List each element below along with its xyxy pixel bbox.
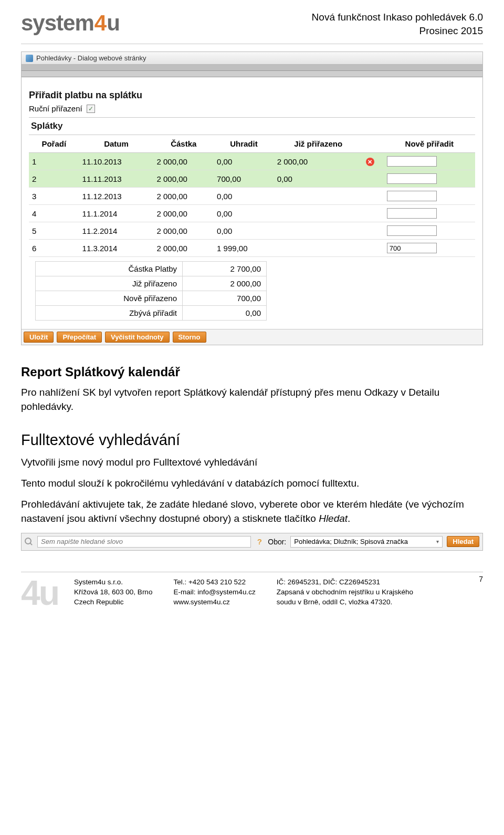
- footer-divider: [21, 572, 483, 572]
- cell-castka: 2 000,00: [153, 188, 214, 205]
- cell-uhradit: 1 999,00: [214, 240, 274, 257]
- manual-assign-checkbox[interactable]: ✓: [87, 105, 95, 113]
- cell-uhradit: 0,00: [214, 205, 274, 222]
- dialog-button-bar: Uložit Přepočítat Vyčistit hodnoty Storn…: [22, 329, 482, 345]
- window-icon: [26, 55, 33, 62]
- table-row: 211.11.20132 000,00700,000,00: [29, 170, 475, 188]
- brand-logo: system4u: [21, 11, 120, 36]
- cell-nove: [384, 170, 475, 188]
- section2-intro: Vytvořili jsme nový modul pro Fulltextov…: [21, 456, 483, 469]
- table-row: 411.1.20142 000,000,00: [29, 205, 475, 222]
- dialog-stripe-1: [22, 65, 482, 71]
- search-button[interactable]: Hledat: [447, 536, 479, 547]
- cell-datum: 11.12.2013: [79, 188, 154, 205]
- recalc-button[interactable]: Přepočítat: [57, 332, 102, 343]
- nove-input[interactable]: [387, 191, 437, 201]
- dialog-title-text: Pohledávky - Dialog webové stránky: [36, 54, 146, 62]
- cell-poradi: 6: [29, 240, 79, 257]
- cell-poradi: 3: [29, 188, 79, 205]
- col-castka: Částka: [153, 135, 214, 153]
- cell-poradi: 1: [29, 153, 79, 170]
- summary-value: 0,00: [183, 306, 267, 321]
- cell-datum: 11.2.2014: [79, 222, 154, 240]
- doc-title: Nová funkčnost Inkaso pohledávek 6.0: [312, 11, 483, 24]
- nove-input[interactable]: [387, 243, 437, 253]
- nove-input[interactable]: [387, 208, 437, 219]
- cell-datum: 11.10.2013: [79, 153, 154, 170]
- dialog-stripe-2: [22, 71, 482, 77]
- search-icon: [25, 538, 33, 546]
- cell-poradi: 4: [29, 205, 79, 222]
- nove-input[interactable]: [387, 173, 437, 184]
- table-row: 111.10.20132 000,000,002 000,00✕: [29, 153, 475, 170]
- dialog-screenshot: Pohledávky - Dialog webové stránky Přiřa…: [21, 51, 483, 345]
- cell-action: [363, 170, 384, 188]
- header-divider: [21, 44, 483, 44]
- section2-p2: Prohledávání aktivujete tak, že zadáte h…: [21, 498, 483, 525]
- summary-row: Zbývá přiřadit0,00: [36, 306, 267, 321]
- cell-nove: [384, 205, 475, 222]
- logo-text-1: system: [21, 11, 94, 36]
- logo-text-3: u: [107, 11, 120, 36]
- footer-col-contact: Tel.: +420 543 210 522 E-mail: info@syst…: [173, 578, 255, 607]
- col-jiz: Již přiřazeno: [274, 135, 363, 153]
- section2-title: Fulltextové vyhledávání: [21, 429, 483, 450]
- col-action: [363, 135, 384, 153]
- cell-jiz: 0,00: [274, 170, 363, 188]
- cell-datum: 11.1.2014: [79, 205, 154, 222]
- cell-nove: [384, 222, 475, 240]
- help-icon[interactable]: ?: [255, 538, 264, 546]
- cell-action: [363, 188, 384, 205]
- cell-castka: 2 000,00: [153, 170, 214, 188]
- cell-jiz: 2 000,00: [274, 153, 363, 170]
- cell-castka: 2 000,00: [153, 153, 214, 170]
- search-bar-screenshot: ? Obor: Pohledávka; Dlužník; Spisová zna…: [21, 533, 483, 551]
- section-splatky-header: Splátky: [29, 117, 475, 135]
- cell-nove: [384, 188, 475, 205]
- col-nove: Nově přiřadit: [384, 135, 475, 153]
- cell-castka: 2 000,00: [153, 205, 214, 222]
- summary-row: Již přiřazeno2 000,00: [36, 276, 267, 291]
- nove-input[interactable]: [387, 225, 437, 236]
- manual-assign-label: Ruční přiřazení: [29, 104, 82, 113]
- clear-button[interactable]: Vyčistit hodnoty: [105, 332, 170, 343]
- col-datum: Datum: [79, 135, 154, 153]
- cell-datum: 11.3.2014: [79, 240, 154, 257]
- obor-dropdown[interactable]: Pohledávka; Dlužník; Spisová značka ▾: [290, 536, 443, 548]
- section2-p1: Tento modul slouží k pokročilému vyhledá…: [21, 477, 483, 490]
- cell-nove: [384, 153, 475, 170]
- summary-label: Zbývá přiřadit: [36, 306, 183, 321]
- delete-icon[interactable]: ✕: [366, 158, 374, 166]
- summary-label: Nově přiřazeno: [36, 291, 183, 306]
- summary-value: 700,00: [183, 291, 267, 306]
- storno-button[interactable]: Storno: [173, 332, 206, 343]
- cell-nove: [384, 240, 475, 257]
- col-poradi: Pořadí: [29, 135, 79, 153]
- summary-value: 2 000,00: [183, 276, 267, 291]
- table-row: 511.2.20142 000,000,00: [29, 222, 475, 240]
- cell-action: [363, 205, 384, 222]
- cell-poradi: 2: [29, 170, 79, 188]
- cell-jiz: [274, 240, 363, 257]
- obor-label: Obor:: [268, 538, 286, 546]
- summary-value: 2 700,00: [183, 262, 267, 276]
- section1-title: Report Splátkový kalendář: [21, 363, 483, 380]
- summary-label: Částka Platby: [36, 262, 183, 276]
- installments-table: Pořadí Datum Částka Uhradit Již přiřazen…: [29, 135, 475, 257]
- footer-logo: 4u: [21, 578, 58, 609]
- obor-value: Pohledávka; Dlužník; Spisová značka: [294, 538, 408, 545]
- search-input[interactable]: [37, 536, 251, 548]
- summary-row: Částka Platby2 700,00: [36, 262, 267, 276]
- cell-jiz: [274, 205, 363, 222]
- cell-uhradit: 0,00: [214, 222, 274, 240]
- save-button[interactable]: Uložit: [24, 332, 54, 343]
- col-uhradit: Uhradit: [214, 135, 274, 153]
- nove-input[interactable]: [387, 156, 437, 167]
- page-number: 7: [479, 575, 483, 583]
- dialog-titlebar: Pohledávky - Dialog webové stránky: [22, 52, 482, 65]
- logo-text-2: 4: [94, 11, 106, 36]
- cell-action: ✕: [363, 153, 384, 170]
- section1-body: Pro nahlížení SK byl vytvořen report Spl…: [21, 386, 483, 413]
- chevron-down-icon: ▾: [436, 539, 439, 544]
- dialog-heading: Přiřadit platbu na splátku: [29, 90, 475, 101]
